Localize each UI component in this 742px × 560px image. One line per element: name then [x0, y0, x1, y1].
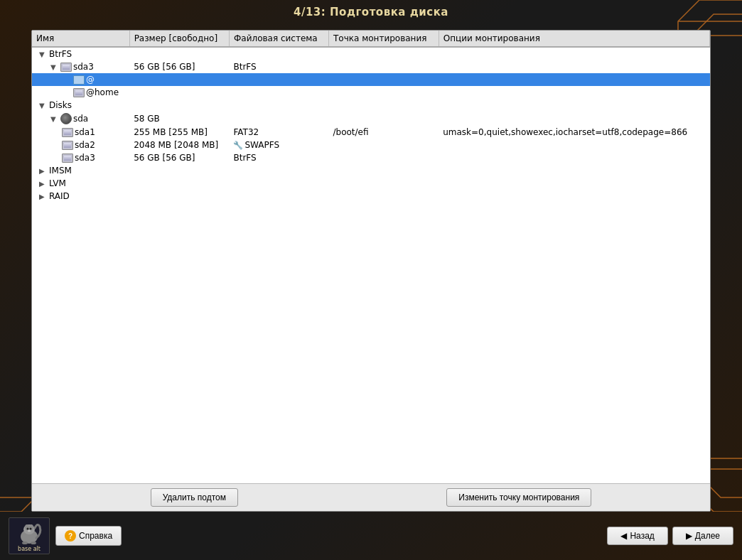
table-row[interactable]: sda1 255 MB [255 MB] FAT32 /boot/efi uma… — [32, 126, 710, 139]
item-size: 56 GB [56 GB] — [129, 60, 229, 73]
expand-arrow[interactable]: ▼ — [39, 50, 48, 58]
partition-icon — [73, 88, 85, 97]
footer: base alt ? Справка ◀ Назад ▶ Далее — [0, 512, 742, 560]
col-fs: Файловая система — [229, 31, 328, 47]
expand-arrow[interactable]: ▼ — [50, 115, 59, 123]
empty-row — [32, 203, 710, 215]
next-button[interactable]: ▶ Далее — [672, 527, 733, 545]
svg-point-13 — [27, 527, 29, 529]
empty-row — [32, 382, 710, 394]
table-header: Имя Размер [свободно] Файловая система Т… — [32, 31, 710, 47]
empty-row — [32, 305, 710, 318]
main-panel: Имя Размер [свободно] Файловая система Т… — [31, 30, 711, 512]
item-label: @ — [86, 75, 95, 85]
svg-point-15 — [28, 529, 31, 532]
item-size: 255 MB [255 MB] — [129, 126, 229, 139]
expand-arrow[interactable]: ▼ — [39, 102, 48, 109]
item-label: sda2 — [75, 140, 95, 150]
subvol-icon — [73, 75, 85, 85]
empty-row — [32, 330, 710, 343]
table-row[interactable]: ▼ BtrFS — [32, 47, 710, 60]
item-label: @home — [86, 87, 119, 97]
item-label: sda3 — [73, 62, 94, 72]
col-name: Имя — [32, 31, 129, 47]
table-row[interactable]: ▶ LVM — [32, 177, 710, 190]
back-button[interactable]: ◀ Назад — [607, 527, 667, 545]
delete-button[interactable]: Удалить подтом — [151, 488, 238, 507]
group-label: Disks — [49, 100, 72, 110]
table-row[interactable]: ▶ RAID — [32, 190, 710, 203]
item-size: 56 GB [56 GB] — [129, 151, 229, 164]
nav-buttons: ◀ Назад ▶ Далее — [607, 527, 733, 545]
item-fs: FAT32 — [229, 126, 328, 139]
wrench-icon: 🔧 — [233, 141, 243, 150]
empty-row — [32, 369, 710, 382]
item-label: sda3 — [75, 153, 95, 163]
table-row[interactable]: @home — [32, 86, 710, 99]
item-label: sda1 — [75, 127, 95, 137]
empty-row — [32, 318, 710, 330]
logo-text: base alt — [18, 546, 41, 553]
partition-icon — [62, 154, 73, 163]
item-size: 58 GB — [129, 112, 229, 126]
item-options: umask=0,quiet,showexec,iocharset=utf8,co… — [439, 126, 709, 139]
help-label: Справка — [79, 531, 112, 541]
svg-point-17 — [31, 542, 36, 544]
expand-arrow[interactable]: ▶ — [39, 193, 48, 200]
empty-row — [32, 266, 710, 279]
table-row[interactable]: ▼ sda 58 GB — [32, 112, 710, 126]
group-label: BtrFS — [49, 49, 72, 59]
expand-arrow[interactable]: ▶ — [39, 167, 48, 175]
table-row[interactable]: ▼ sda3 56 GB [56 GB] BtrFS — [32, 60, 710, 73]
group-label: IMSM — [49, 166, 72, 176]
item-size: 2048 MB [2048 MB] — [129, 139, 229, 151]
empty-row — [32, 292, 710, 305]
back-arrow-icon: ◀ — [620, 531, 627, 541]
disk-icon — [60, 113, 72, 124]
table-row[interactable]: ▶ IMSM — [32, 164, 710, 177]
logo-area: base alt ? Справка — [9, 517, 122, 554]
empty-row — [32, 279, 710, 292]
col-options: Опции монтирования — [439, 31, 709, 47]
help-button[interactable]: ? Справка — [55, 526, 122, 546]
item-fs: 🔧SWAPFS — [229, 139, 328, 151]
partition-icon — [62, 128, 73, 137]
change-mount-button[interactable]: Изменить точку монтирования — [446, 488, 591, 507]
item-label: sda — [73, 114, 88, 124]
next-arrow-icon: ▶ — [686, 531, 692, 541]
page-title: 4/13: Подготовка диска — [0, 0, 742, 23]
empty-row — [32, 215, 710, 228]
empty-row — [32, 356, 710, 369]
tree-table[interactable]: Имя Размер [свободно] Файловая система Т… — [32, 31, 710, 483]
empty-row — [32, 241, 710, 254]
item-mount: /boot/efi — [329, 126, 439, 139]
help-icon: ? — [65, 530, 76, 542]
table-row[interactable]: sda3 56 GB [56 GB] BtrFS — [32, 151, 710, 164]
expand-arrow[interactable]: ▼ — [50, 63, 59, 71]
group-label: RAID — [49, 191, 70, 201]
next-label: Далее — [695, 531, 720, 541]
svg-point-16 — [22, 542, 28, 544]
logo-box: base alt — [9, 517, 50, 554]
table-row[interactable]: @ — [32, 73, 710, 86]
back-label: Назад — [630, 531, 654, 541]
table-row[interactable]: sda2 2048 MB [2048 MB] 🔧SWAPFS — [32, 139, 710, 151]
partition-icon — [62, 141, 73, 150]
item-fs: BtrFS — [229, 60, 328, 73]
empty-row — [32, 254, 710, 266]
col-mount: Точка монтирования — [329, 31, 439, 47]
partition-icon — [60, 63, 72, 72]
item-fs: BtrFS — [229, 151, 328, 164]
expand-arrow[interactable]: ▶ — [39, 180, 48, 188]
empty-row — [32, 343, 710, 356]
svg-point-14 — [30, 527, 32, 529]
group-label: LVM — [49, 178, 66, 188]
empty-row — [32, 228, 710, 241]
table-row[interactable]: ▼ Disks — [32, 99, 710, 112]
col-size: Размер [свободно] — [129, 31, 229, 47]
